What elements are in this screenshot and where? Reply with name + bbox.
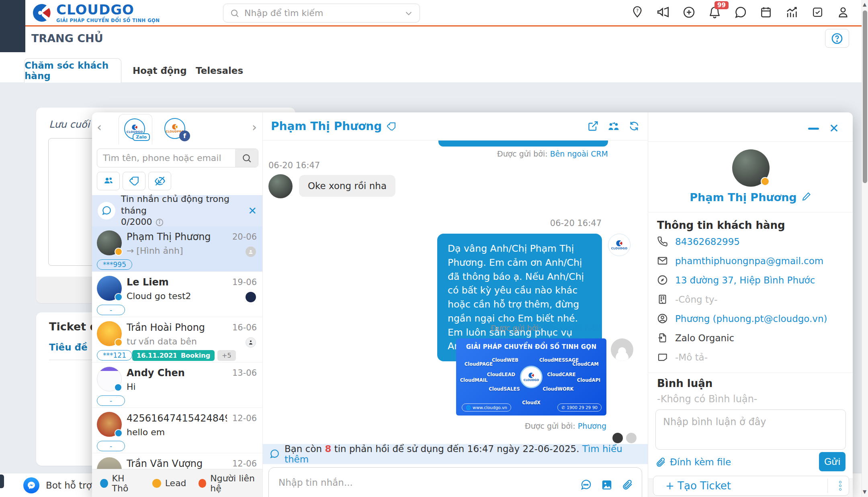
lead-status-dot [761,177,770,186]
filter-hidden-button[interactable] [148,172,171,190]
create-ticket-button[interactable]: + Tạo Ticket [653,476,849,496]
tasks-check-icon[interactable] [810,5,825,19]
channel-next-icon[interactable]: › [252,121,257,133]
customer-source[interactable]: Zalo Organic [675,333,734,343]
phone-tag-pill[interactable]: ***995 [97,259,132,270]
edit-pencil-icon[interactable] [802,191,811,204]
customer-address[interactable]: 13 đường 37, Hiệp Bình Phước [675,275,815,285]
sent-by-phuong[interactable]: Phương [578,422,606,430]
attach-file-icon[interactable] [622,479,633,491]
kh-status-dot [115,429,123,437]
quick-reply-icon[interactable] [580,479,592,491]
customer-address-row[interactable]: 13 đường 37, Hiệp Bình Phước [657,275,815,285]
conversation-item-andy[interactable]: Andy Chen Hi 13-06 - [92,363,262,408]
page-scrollbar[interactable]: ▲ ▼ [862,0,868,497]
phone-tag-pill[interactable]: ***121 [97,350,132,361]
attach-file-button[interactable]: Đính kèm file [655,457,731,467]
customer-owner-row[interactable]: Phương (phuong.pt@cloudgo.vn) [657,313,827,324]
help-button[interactable] [825,29,849,48]
customer-source-row[interactable]: Zalo Organic [657,332,734,343]
ticket-menu-kebab-icon[interactable] [839,481,841,491]
cloudgo-logo[interactable]: CLOUDGO GIẢI PHÁP CHUYỂN ĐỔI SỐ TINH GỌN [31,2,160,23]
tag-icon[interactable] [387,122,396,131]
tag-pill[interactable]: - [97,395,125,406]
message-input[interactable]: Nhập tin nhắn... [268,467,642,497]
megaphone-icon[interactable] [656,5,670,19]
messenger-icon[interactable] [23,477,39,493]
send-comment-button[interactable]: Gửi [819,452,845,471]
conversation-preview: [Hình ảnh] [136,246,183,256]
customer-owner[interactable]: Phương (phuong.pt@cloudgo.vn) [675,314,827,324]
conversation-panel: ‹ CLOUDGO Zalo CLOUDPRO f [92,112,263,497]
scrollbar-thumb[interactable] [863,10,867,183]
location-help-icon[interactable]: ? [630,5,645,19]
building-icon [657,294,668,305]
customer-company-row[interactable]: -Công ty- [657,294,717,305]
conversation-name: 4256164741542484909 [127,413,227,424]
conversation-item-digits[interactable]: 4256164741542484909 hello em 12-06 - [92,408,262,453]
minimize-window-icon[interactable] [808,128,819,130]
banner-title: GIẢI PHÁP CHUYỂN ĐỔI SỐ TINH GỌN [456,343,606,350]
chat-icon[interactable] [733,5,747,19]
tab-telesales[interactable]: Telesales [196,58,243,83]
channel-facebook[interactable]: CLOUDPRO f [164,118,185,139]
notifications-bell-icon[interactable]: 99 [707,5,722,19]
scroll-down-arrow[interactable]: ▼ [863,489,866,495]
customer-description[interactable]: -Mô tả- [675,352,708,363]
sent-by-external[interactable]: Bên ngoài CRM [544,324,602,332]
transfer-conversation-icon[interactable] [608,120,620,132]
chevron-down-icon[interactable] [404,9,413,18]
facebook-badge-icon: f [179,130,190,141]
customer-email[interactable]: phamthiphuongnpa@gmail.com [675,256,823,266]
cloudgo-banner-image[interactable]: GIẢI PHÁP CHUYỂN ĐỔI SỐ TINH GỌN CloudPA… [456,338,606,416]
divider [648,373,853,373]
tab-customer-care[interactable]: Chăm sóc khách hàng [24,58,121,83]
legend-lead-label: Lead [165,478,186,488]
date-label[interactable]: 16.11.2021 [132,350,182,361]
comment-input[interactable]: Nhập bình luận ở đây [655,409,846,450]
tag-pill[interactable]: - [97,441,125,451]
conversation-search-button[interactable] [235,149,258,167]
conversation-item-leliem[interactable]: Le Liem Cloud go test2 19-06 - [92,272,262,317]
add-icon[interactable] [682,5,696,19]
open-external-icon[interactable] [588,120,599,132]
booking-label[interactable]: Booking [176,350,215,361]
lead-status-dot [115,248,123,256]
cloudgo-bot-avatar: CLOUDGO [608,234,631,256]
conversation-item-phuong[interactable]: Phạm Thị Phương →[Hình ảnh] 20-06 ***995 [92,226,262,272]
filter-tags-button[interactable] [123,172,145,190]
read-receipt-avatar [626,433,637,443]
conversation-search[interactable]: Tìm tên, phone hoặc email [97,149,258,167]
refresh-icon[interactable] [628,120,640,132]
filter-contacts-button[interactable] [97,172,120,190]
tag-pill[interactable]: - [97,305,125,315]
send-image-icon[interactable] [601,479,613,491]
global-search[interactable]: Nhập để tìm kiếm [223,4,420,22]
close-window-icon[interactable]: ✕ [829,121,839,135]
calendar-icon[interactable] [759,5,773,19]
sent-by-external[interactable]: Bên ngoài CRM [550,149,608,158]
customer-phone-row[interactable]: 84362682995 [657,236,740,247]
customer-company[interactable]: -Công ty- [675,294,717,305]
tab-activities[interactable]: Hoạt động [133,58,187,83]
info-icon[interactable] [155,218,164,227]
reports-chart-icon[interactable] [784,5,799,19]
notice-close-icon[interactable]: ✕ [248,205,257,217]
customer-email-row[interactable]: phamthiphuongnpa@gmail.com [657,255,823,266]
channel-zalo-selected[interactable]: CLOUDGO Zalo [119,114,152,145]
user-profile-icon[interactable] [836,5,850,19]
closed-tickets-column-header: Tiêu đề [49,342,88,352]
message-timestamp: 06-20 16:47 [268,161,320,170]
customer-phone[interactable]: 84362682995 [675,236,740,247]
kh-status-dot [115,293,123,301]
channel-prev-icon[interactable]: ‹ [97,121,102,133]
more-labels[interactable]: +5 [217,350,236,361]
channel-strip: ‹ CLOUDGO Zalo CLOUDPRO f [92,112,262,145]
scroll-up-arrow[interactable]: ▲ [863,2,866,7]
conversation-item-phong[interactable]: Trần Hoài Phong tư vấn data bên 16-06 **… [92,317,262,363]
chat-bubble-icon [269,449,280,459]
conversation-item-vuong[interactable]: Trần Văn Vượng 12-06 [92,453,262,469]
customer-avatar [732,149,770,187]
customer-description-row[interactable]: -Mô tả- [657,352,708,363]
sent-by-line: Được gửi bởi: Bên ngoài CRM [491,324,602,332]
